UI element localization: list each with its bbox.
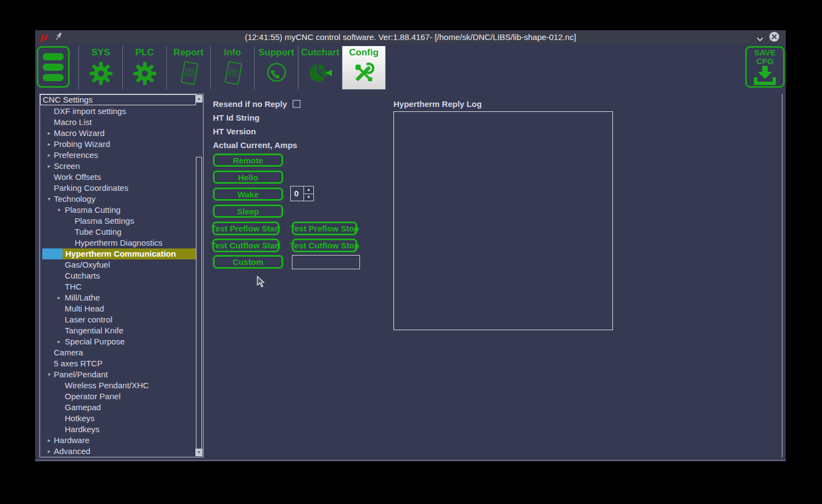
custom-command-input[interactable]: [292, 255, 360, 269]
close-icon[interactable]: [769, 32, 779, 42]
tree-rows: DXF import settings Macro List ▸Macro Wi…: [41, 106, 196, 457]
tree-item[interactable]: Tube Cutting: [41, 226, 196, 237]
tree-item[interactable]: Hotkeys: [41, 413, 196, 424]
tree-item[interactable]: Work Offsets: [41, 172, 196, 183]
test-cutflow-stop-button[interactable]: Test Cutflow Stop: [292, 239, 357, 252]
tree-item[interactable]: Multi Head: [41, 303, 196, 314]
tab-report[interactable]: Report: [166, 46, 210, 89]
tree-item[interactable]: ▸Special Purpose: [41, 336, 196, 347]
tree-root-cnc-settings[interactable]: CNC Settings: [40, 94, 196, 105]
tree-item[interactable]: ▸Screen: [41, 161, 196, 172]
tree-item[interactable]: Plasma Settings: [41, 216, 196, 226]
chevron-right-icon[interactable]: ▸: [48, 129, 50, 137]
wake-spinbox[interactable]: 0 ▲ ▼: [290, 186, 314, 201]
info-document-icon: [221, 60, 245, 90]
wake-button[interactable]: Wake: [213, 188, 283, 201]
scroll-up-icon[interactable]: ▲: [195, 95, 202, 103]
gear-icon: [133, 60, 157, 89]
tab-plc[interactable]: PLC: [122, 46, 166, 89]
toolbar-tabs: SYS: [78, 46, 386, 89]
tree-item[interactable]: Parking Coordinates: [41, 183, 196, 194]
hamburger-icon: [43, 53, 64, 60]
reply-log-title: Hypertherm Reply Log: [393, 99, 482, 109]
tab-info[interactable]: Info: [210, 46, 254, 89]
window-title: (12:41:55) myCNC control software. Ver:1…: [35, 32, 786, 42]
chevron-right-icon[interactable]: ▸: [48, 140, 50, 148]
ht-version-label: HT Version: [213, 127, 256, 136]
tab-support[interactable]: Support: [254, 46, 298, 89]
phone-support-icon: [264, 60, 289, 88]
chevron-down-icon[interactable]: ▾: [48, 371, 50, 378]
tree-item[interactable]: Hypertherm Diagnostics: [41, 237, 196, 248]
tree-item[interactable]: Camera: [41, 347, 196, 358]
chevron-right-icon[interactable]: ▸: [48, 151, 50, 159]
tab-cutchart[interactable]: Cutchart: [298, 46, 342, 89]
tree-item[interactable]: ▸Mill/Lathe: [41, 292, 196, 303]
tree-item[interactable]: 5 axes RTCP: [41, 358, 196, 369]
custom-button[interactable]: Custom: [213, 255, 283, 269]
mouse-cursor: [257, 276, 266, 290]
test-preflow-start-button[interactable]: Test Preflow Start: [212, 222, 279, 235]
save-download-icon: [753, 66, 777, 89]
tab-sys[interactable]: SYS: [78, 46, 122, 89]
tree-item[interactable]: Laser control: [41, 314, 196, 325]
tree-item[interactable]: ▸Probing Wizard: [41, 139, 196, 150]
chevron-down-icon[interactable]: [756, 34, 764, 44]
tree-scrollbar[interactable]: ▲ ▼: [195, 94, 203, 457]
tree-item[interactable]: ▸Advanced: [41, 446, 196, 457]
tree-item[interactable]: Wireless Pendant/XHC: [41, 380, 196, 391]
chevron-right-icon[interactable]: ▸: [48, 448, 50, 455]
chevron-right-icon[interactable]: ▸: [58, 294, 60, 302]
settings-tree-panel: CNC Settings DXF import settings Macro L…: [40, 94, 204, 457]
tree-item[interactable]: ▸Macro Wizard: [41, 128, 196, 139]
tree-item[interactable]: Macro List: [41, 117, 196, 128]
chevron-right-icon[interactable]: ▸: [48, 162, 50, 170]
tree-item[interactable]: Cutcharts: [41, 270, 196, 281]
sleep-button[interactable]: Sleep: [213, 205, 283, 218]
main-menu-button[interactable]: [37, 46, 70, 88]
test-cutflow-start-button[interactable]: Test Cutflow Start: [212, 239, 279, 252]
ht-id-string-label: HT Id String: [213, 113, 260, 122]
chevron-down-icon[interactable]: ▾: [58, 206, 60, 214]
gear-icon: [89, 60, 113, 89]
remote-button[interactable]: Remote: [213, 154, 283, 167]
tree-item[interactable]: ▾Plasma Cutting: [41, 205, 196, 216]
hello-button[interactable]: Hello: [213, 171, 283, 184]
title-bar: μ (12:41:55) myCNC control software. Ver…: [35, 30, 786, 44]
tree-item[interactable]: ▸Preferences: [41, 150, 196, 161]
tree-item[interactable]: THC: [41, 281, 196, 292]
tree-item-selected[interactable]: Hypertherm Communication: [41, 248, 196, 259]
tree-item[interactable]: Operator Panel: [41, 391, 196, 402]
resend-if-no-reply-label: Resend if no Reply: [213, 99, 287, 109]
tree-item[interactable]: DXF import settings: [41, 106, 196, 117]
tree-item[interactable]: Tangential Knife: [41, 325, 196, 336]
spin-up-icon[interactable]: ▲: [304, 186, 313, 194]
tree-item[interactable]: Hardkeys: [41, 424, 196, 435]
app-window: μ (12:41:55) myCNC control software. Ver…: [35, 30, 786, 461]
pie-chart-icon: [307, 60, 334, 88]
panel-right-border: [782, 94, 782, 457]
save-cfg-button[interactable]: SAVE CFG: [745, 46, 785, 88]
selected-item-label: Hypertherm Communication: [63, 248, 196, 259]
tree-item[interactable]: Gamepad: [41, 402, 196, 413]
chevron-down-icon[interactable]: ▾: [48, 195, 50, 203]
report-document-icon: [177, 60, 201, 90]
hypertherm-reply-log[interactable]: [393, 111, 613, 330]
tools-icon: [351, 60, 376, 88]
spin-value: 0: [291, 186, 303, 201]
tree-item[interactable]: ▸Hardware: [41, 435, 196, 446]
test-preflow-stop-button[interactable]: Test Preflow Stop: [292, 222, 357, 235]
scrollbar-thumb[interactable]: [196, 157, 202, 449]
chevron-right-icon[interactable]: ▸: [58, 338, 60, 346]
tree-item[interactable]: ▾Panel/Pendant: [41, 369, 196, 380]
tree-item[interactable]: Gas/Oxyfuel: [41, 259, 196, 270]
selection-marker: [42, 248, 63, 259]
tab-config[interactable]: Config: [342, 46, 386, 89]
actual-current-label: Actual Current, Amps: [213, 140, 297, 150]
tree-item[interactable]: ▾Technology: [41, 194, 196, 205]
spin-down-icon[interactable]: ▼: [304, 194, 313, 201]
resend-checkbox[interactable]: [292, 100, 301, 108]
scroll-down-icon[interactable]: ▼: [195, 449, 202, 456]
chevron-right-icon[interactable]: ▸: [48, 437, 50, 444]
